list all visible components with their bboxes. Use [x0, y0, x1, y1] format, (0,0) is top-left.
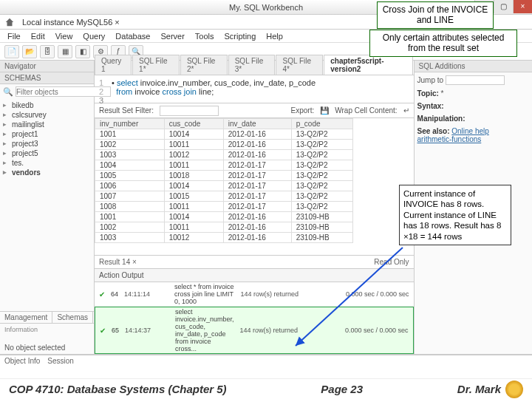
menu-tools[interactable]: Tools [195, 32, 214, 41]
result-filter-input[interactable] [160, 106, 219, 116]
action-output-panel: Action Output ✔ 64 14:11:14 select * fro… [95, 268, 414, 354]
information-panel: Information No object selected [0, 323, 94, 354]
table-row[interactable]: 1001100142012-01-1613-Q2/P2 [95, 129, 353, 140]
sql-keyword: cross join [163, 87, 197, 96]
schema-item[interactable]: mailinglist [3, 120, 91, 129]
sql-text: invoice [132, 87, 162, 96]
cell: 2012-01-17 [223, 160, 291, 171]
sql-additions-title: SQL Additions [415, 61, 532, 72]
table-row[interactable]: 1006100142012-01-1713-Q2/P2 [95, 181, 353, 191]
menu-server[interactable]: Server [160, 32, 184, 41]
schema-item[interactable]: bikedb [3, 100, 91, 110]
cell: 1001 [95, 129, 165, 140]
tool-open-icon[interactable]: 📂 [22, 45, 37, 58]
menu-query[interactable]: Query [83, 32, 105, 41]
connection-tab[interactable]: Local instance MySQL56 × [22, 18, 120, 27]
table-row[interactable]: 1002100112012-01-1613-Q2/P2 [95, 140, 353, 150]
sql-text: line; [197, 87, 214, 96]
cell: 13-Q2/P2 [291, 150, 352, 160]
schema-filter-row: 🔍 [0, 84, 94, 99]
col-header[interactable]: inv_date [223, 119, 291, 129]
sql-tab[interactable]: SQL File 2* [180, 55, 228, 75]
cell: 1006 [95, 181, 165, 191]
table-row[interactable]: 1007100152012-01-1713-Q2/P2 [95, 191, 353, 202]
sql-tab[interactable]: SQL File 1* [132, 55, 180, 75]
table-row[interactable]: 1008100112012-01-1713-Q2/P2 [95, 202, 353, 212]
menu-scripting[interactable]: Scripting [225, 32, 256, 41]
result-grid[interactable]: inv_number cus_code inv_date p_code 1001… [95, 118, 414, 255]
cell: 1001 [95, 212, 165, 222]
tool-table-icon[interactable]: ▦ [58, 45, 72, 58]
maximize-button[interactable]: ▢ [494, 0, 513, 13]
cell: 10018 [164, 171, 223, 181]
action-msg: 144 row(s) returned [240, 327, 321, 334]
sql-editor[interactable]: 1 • select invoice.inv_number, cus_code,… [95, 75, 414, 103]
information-title: Information [4, 326, 89, 333]
schema-item[interactable]: project5 [3, 149, 91, 158]
gutter-line: 1 [99, 78, 109, 87]
callout-rowcount: Current instance of INVOICE has 8 rows. … [399, 185, 511, 245]
col-header[interactable]: inv_number [95, 119, 165, 129]
table-row[interactable]: 1002100112012-01-1623109-HB [95, 222, 353, 233]
action-time: 14:14:37 [125, 327, 169, 334]
cell: 10011 [164, 202, 223, 212]
tab-management[interactable]: Management [0, 312, 52, 323]
gutter-line: 2 [99, 87, 109, 96]
schema-item[interactable]: cslcsurvey [3, 110, 91, 120]
table-row[interactable]: 1003100122012-01-1613-Q2/P2 [95, 150, 353, 160]
jumpto-input[interactable] [446, 75, 505, 85]
tool-view-icon[interactable]: ◧ [75, 45, 90, 58]
table-row[interactable]: 1005100182012-01-1713-Q2/P2 [95, 171, 353, 181]
sql-tab-bar: Query 1 SQL File 1* SQL File 2* SQL File… [95, 61, 414, 75]
cell: 1003 [95, 233, 165, 243]
arith-link[interactable]: arithmetic-functions [417, 135, 482, 143]
wrap-icon[interactable]: ↵ [403, 106, 409, 115]
schema-item[interactable]: tes. [3, 158, 91, 168]
menu-help[interactable]: Help [266, 32, 283, 41]
schema-list: bikedb cslcsurvey mailinglist project1 p… [0, 99, 94, 179]
tab-schemas[interactable]: Schemas [52, 312, 93, 323]
manip-label: Manipulation: [417, 115, 466, 123]
sql-tab[interactable]: SQL File 3* [228, 55, 276, 75]
menu-view[interactable]: View [55, 32, 73, 41]
tool-new-sql-icon[interactable]: 📄 [4, 45, 19, 58]
cell: 10011 [164, 140, 223, 150]
cell: 2012-01-17 [223, 171, 291, 181]
action-row-highlight[interactable]: ✔ 65 14:14:37 select invoice.inv_number,… [95, 307, 414, 354]
action-text: select invoice.inv_number, cus_code, inv… [175, 308, 234, 352]
cell: 10014 [164, 212, 223, 222]
action-num: 65 [112, 327, 119, 334]
table-row[interactable]: 1001100142012-01-1623109-HB [95, 212, 353, 222]
result-filter-label: Result Set Filter: [99, 106, 154, 115]
schema-item[interactable]: project1 [3, 129, 91, 139]
menu-database[interactable]: Database [115, 32, 150, 41]
cell: 10012 [164, 233, 223, 243]
slide-footer: COP 4710: Database Systems (Chapter 5) P… [0, 378, 532, 399]
col-header[interactable]: p_code [291, 119, 352, 129]
action-row[interactable]: ✔ 64 14:11:14 select * from invoice cros… [95, 282, 414, 307]
table-row[interactable]: 1004100112012-01-1713-Q2/P2 [95, 160, 353, 171]
sql-tab[interactable]: Query 1 [95, 55, 132, 75]
cell: 13-Q2/P2 [291, 181, 352, 191]
tab-session[interactable]: Session [47, 357, 74, 365]
result-toolbar: Result Set Filter: Export: 💾 Wrap Cell C… [95, 103, 414, 118]
sql-keyword: from [116, 87, 132, 96]
cell: 10012 [164, 150, 223, 160]
col-header[interactable]: cus_code [164, 119, 223, 129]
tab-object-info[interactable]: Object Info [4, 357, 40, 365]
table-row[interactable]: 1003100122012-01-1623109-HB [95, 233, 353, 243]
grid-footer: Result 14 × Read Only [95, 255, 414, 268]
tool-db-icon[interactable]: 🗄 [40, 45, 55, 58]
menu-file[interactable]: File [7, 32, 21, 41]
action-time: 14:11:14 [124, 290, 168, 298]
close-button[interactable]: × [513, 0, 532, 13]
schema-item[interactable]: project3 [3, 139, 91, 149]
sql-tab[interactable]: SQL File 4* [276, 55, 323, 75]
schema-item[interactable]: vendors [3, 168, 91, 177]
sql-tab-active[interactable]: chapter5script-version2 [324, 55, 412, 75]
result-tab-label[interactable]: Result 14 × [99, 258, 137, 266]
home-icon[interactable] [4, 17, 15, 27]
help-link[interactable]: Online help [451, 127, 489, 135]
menu-edit[interactable]: Edit [31, 32, 45, 41]
export-icon[interactable]: 💾 [320, 106, 329, 115]
